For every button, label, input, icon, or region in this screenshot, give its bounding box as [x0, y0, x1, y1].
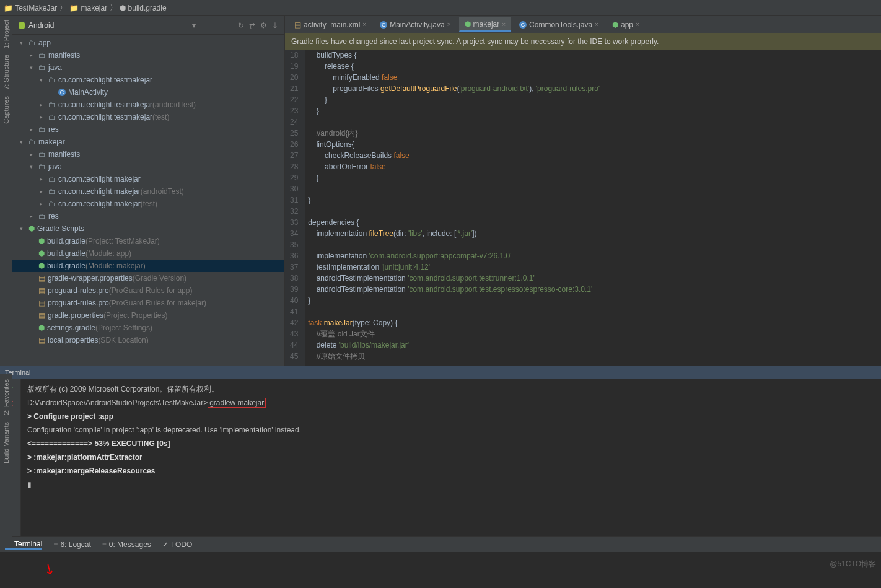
tree-arrow-icon[interactable]: ▸	[30, 213, 37, 219]
folder-icon: 🗀	[38, 212, 46, 221]
tab-label: activity_main.xml	[304, 20, 360, 29]
sync-icon[interactable]: ↻	[238, 21, 244, 30]
breadcrumb-item[interactable]: ⬢ build.gradle	[120, 4, 166, 12]
tree-arrow-icon[interactable]: ▾	[30, 64, 37, 71]
tree-arrow-icon[interactable]: ▸	[40, 102, 47, 108]
bottom-tab[interactable]: ✓TODO	[162, 540, 192, 549]
tree-item[interactable]: ▾⬢Gradle Scripts	[12, 222, 284, 235]
tree-item[interactable]: CMainActivity	[12, 86, 284, 99]
bottom-tab[interactable]: ≡0: Messages	[102, 540, 151, 549]
tree-item[interactable]: ▤proguard-rules.pro (ProGuard Rules for …	[12, 284, 284, 297]
terminal-header[interactable]: Terminal	[0, 366, 881, 379]
tool-project[interactable]: 1: Project	[2, 20, 10, 48]
gradle-icon: ⬢	[38, 249, 45, 258]
tree-arrow-icon[interactable]: ▸	[30, 52, 37, 58]
gradle-icon: ⬢	[38, 237, 45, 245]
code-editor[interactable]: 1819202122232425262728293031323334353637…	[285, 50, 881, 366]
file-icon: ▤	[38, 286, 45, 295]
editor-tab[interactable]: ⬢makejar×	[459, 17, 512, 32]
tree-arrow-icon[interactable]: ▸	[40, 176, 47, 182]
left-tool-strip-2: 2: Favorites Build Variants	[0, 374, 12, 548]
tree-item[interactable]: ▤gradle.properties (Project Properties)	[12, 309, 284, 322]
gear-icon[interactable]: ⚙	[260, 21, 267, 30]
tree-arrow-icon[interactable]: ▸	[40, 114, 47, 120]
collapse-icon[interactable]: ⇓	[272, 21, 278, 30]
folder-icon: 🗀	[28, 138, 36, 146]
project-tree[interactable]: ▾🗀app▸🗀manifests▾🗀java▾🗀cn.com.techlight…	[12, 35, 284, 366]
editor-tab[interactable]: CCommonTools.java×	[514, 18, 604, 32]
tree-item[interactable]: ▸🗀cn.com.techlight.makejar (test)	[12, 198, 284, 210]
tree-item[interactable]: ⬢settings.gradle (Project Settings)	[12, 322, 284, 334]
tool-structure[interactable]: 7: Structure	[2, 55, 10, 90]
tree-arrow-icon[interactable]: ▸	[40, 201, 47, 207]
tree-arrow-icon[interactable]: ▾	[20, 40, 27, 46]
tree-item-label: settings.gradle	[47, 323, 95, 332]
bottom-tab-icon: ✓	[162, 540, 169, 549]
tree-item[interactable]: ⬢build.gradle (Project: TestMakeJar)	[12, 235, 284, 247]
tree-item-label: gradle.properties	[48, 311, 103, 320]
close-tab-icon[interactable]: ×	[447, 21, 451, 28]
editor-tab[interactable]: ▤activity_main.xml×	[289, 18, 372, 32]
tree-item[interactable]: ▤proguard-rules.pro (ProGuard Rules for …	[12, 297, 284, 309]
tree-item[interactable]: ▾🗀makejar	[12, 136, 284, 148]
tree-item-context: (Project Properties)	[103, 311, 167, 320]
close-tab-icon[interactable]: ×	[595, 21, 598, 28]
tree-item[interactable]: ▸🗀cn.com.techlight.makejar (androidTest)	[12, 185, 284, 198]
bottom-tab[interactable]: ≡6: Logcat	[53, 540, 90, 549]
tree-arrow-icon[interactable]: ▾	[30, 164, 37, 170]
tree-item[interactable]: ▸🗀res	[12, 123, 284, 136]
class-icon: C	[380, 21, 387, 29]
tree-item-label: proguard-rules.pro	[48, 286, 109, 295]
tab-label: makejar	[473, 20, 500, 29]
tree-item[interactable]: ▸🗀cn.com.techlight.testmakejar (test)	[12, 111, 284, 123]
tree-item[interactable]: ▾🗀java	[12, 61, 284, 74]
close-tab-icon[interactable]: ×	[362, 21, 366, 28]
breadcrumb-item[interactable]: 📁 makejar	[69, 4, 107, 12]
breadcrumb-item[interactable]: 📁 TestMakeJar	[4, 4, 57, 12]
tree-item[interactable]: ▸🗀res	[12, 210, 284, 222]
tree-item-context: (Project Settings)	[95, 323, 152, 332]
bottom-bar: ▣Terminal≡6: Logcat≡0: Messages✓TODO	[0, 536, 881, 552]
tree-item-label: proguard-rules.pro	[48, 299, 109, 307]
sidebar-header: Android ▾ ↻ ⇄ ⚙ ⇓	[12, 16, 284, 35]
tree-item[interactable]: ▾🗀java	[12, 160, 284, 173]
tree-item[interactable]: ▸🗀manifests	[12, 49, 284, 61]
tree-arrow-icon[interactable]: ▸	[30, 126, 37, 133]
editor-tab[interactable]: CMainActivity.java×	[374, 18, 456, 32]
editor-tab[interactable]: ⬢app×	[607, 18, 645, 32]
folder-icon: 🗀	[38, 51, 46, 59]
tree-arrow-icon[interactable]: ▾	[20, 139, 27, 145]
tree-item[interactable]: ⬢build.gradle (Module: makejar)	[12, 260, 284, 272]
tree-item-context: (test)	[152, 113, 169, 121]
tree-item-context: (SDK Location)	[98, 336, 148, 344]
tree-arrow-icon[interactable]: ▸	[30, 151, 37, 157]
close-tab-icon[interactable]: ×	[636, 21, 639, 28]
sync-banner: Gradle files have changed since last pro…	[285, 33, 881, 50]
tree-item[interactable]: ▤local.properties (SDK Location)	[12, 334, 284, 346]
tree-arrow-icon[interactable]: ▾	[20, 226, 27, 232]
tree-item[interactable]: ▸🗀cn.com.techlight.testmakejar (androidT…	[12, 99, 284, 111]
tool-build-variants[interactable]: Build Variants	[2, 422, 10, 463]
tree-item[interactable]: ▾🗀app	[12, 37, 284, 49]
code-lines[interactable]: buildTypes { release { minifyEnabled fal…	[305, 50, 600, 366]
tree-item[interactable]: ▾🗀cn.com.techlight.testmakejar	[12, 74, 284, 86]
dropdown-icon[interactable]: ▾	[192, 21, 196, 30]
tool-captures[interactable]: Captures	[2, 96, 10, 124]
tree-item-label: cn.com.techlight.testmakejar	[58, 76, 152, 84]
terminal-output[interactable]: 版权所有 (c) 2009 Microsoft Corporation。保留所有…	[21, 379, 881, 536]
tree-item[interactable]: ▸🗀manifests	[12, 148, 284, 160]
line-gutter: 1819202122232425262728293031323334353637…	[285, 50, 305, 366]
tree-arrow-icon[interactable]: ▸	[40, 188, 47, 195]
tree-item[interactable]: ⬢build.gradle (Module: app)	[12, 247, 284, 260]
tool-favorites[interactable]: 2: Favorites	[2, 379, 10, 415]
sidebar-title[interactable]: Android	[28, 21, 192, 30]
tree-item[interactable]: ▸🗀cn.com.techlight.makejar	[12, 173, 284, 185]
folder-icon: 🗀	[38, 63, 46, 72]
tree-item[interactable]: ▤gradle-wrapper.properties (Gradle Versi…	[12, 272, 284, 284]
class-icon: C	[58, 89, 66, 96]
expand-icon[interactable]: ⇄	[249, 21, 255, 30]
tree-item-context: (ProGuard Rules for makejar)	[109, 299, 206, 307]
watermark: @51CTO博客	[830, 559, 876, 569]
tree-arrow-icon[interactable]: ▾	[40, 77, 47, 83]
close-tab-icon[interactable]: ×	[502, 21, 506, 28]
